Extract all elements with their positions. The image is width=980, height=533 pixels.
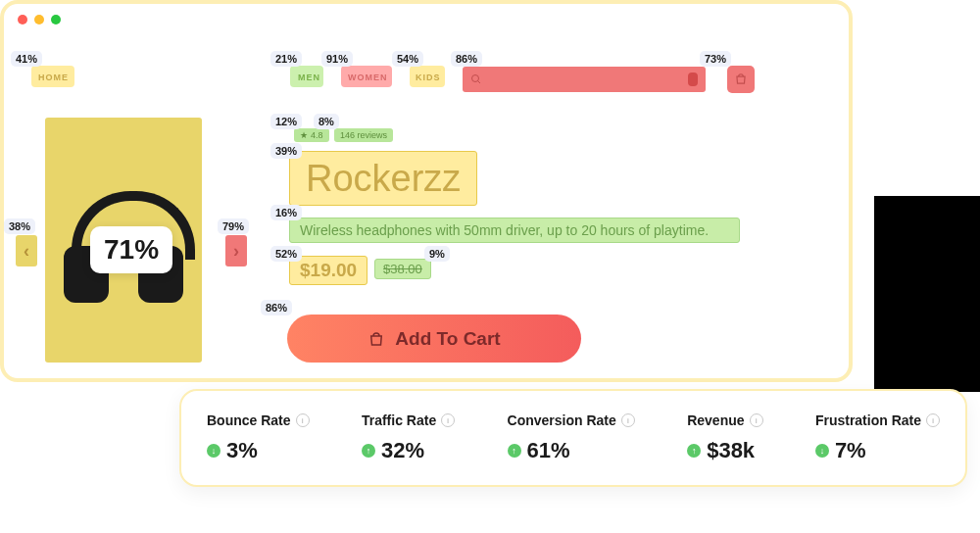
info-icon[interactable]: i — [926, 413, 940, 427]
product-price: $19.00 — [289, 256, 368, 285]
stat-traffic-label: Traffic Rate — [362, 412, 436, 428]
stat-bounce: Bounce Ratei ↓3% — [207, 412, 310, 463]
close-icon[interactable] — [18, 15, 27, 24]
overlay-arrow-left-pct: 38% — [4, 218, 35, 234]
overlay-oldprice-pct: 9% — [424, 246, 450, 262]
stat-traffic: Traffic Ratei ↑32% — [362, 412, 455, 463]
info-icon[interactable]: i — [296, 413, 310, 427]
info-icon[interactable]: i — [750, 413, 763, 427]
stat-revenue-label: Revenue — [687, 412, 744, 428]
overlay-image-pct: 71% — [90, 226, 172, 273]
overlay-title-pct: 39% — [270, 143, 302, 159]
overlay-rating-pct: 12% — [270, 114, 302, 129]
cart-icon — [734, 73, 748, 86]
product-title: Rockerzz — [289, 151, 477, 206]
overlay-home-pct: 41% — [11, 51, 42, 67]
stat-frustration-label: Frustration Rate — [815, 412, 921, 428]
stats-panel: Bounce Ratei ↓3% Traffic Ratei ↑32% Conv… — [179, 389, 967, 487]
stat-bounce-value: 3% — [226, 438, 258, 463]
add-to-cart-button[interactable]: Add To Cart — [287, 315, 581, 363]
overlay-kids-pct: 54% — [392, 51, 423, 67]
stat-revenue: Revenuei ↑$38k — [687, 412, 762, 463]
overlay-cart-pct: 73% — [700, 51, 731, 67]
chevron-right-icon: › — [233, 241, 239, 262]
product-description: Wireless headphones with 50mm driver, up… — [289, 218, 740, 243]
svg-point-0 — [472, 75, 479, 82]
overlay-women-pct: 91% — [321, 51, 353, 67]
overlay-reviews-pct: 8% — [314, 114, 339, 129]
stat-frustration: Frustration Ratei ↓7% — [815, 412, 940, 463]
nav-men[interactable]: MEN — [298, 73, 320, 82]
overlay-arrow-right-pct: 79% — [218, 218, 249, 234]
mic-icon[interactable] — [688, 73, 698, 86]
svg-line-1 — [478, 81, 481, 84]
stat-conversion: Conversion Ratei ↑61% — [508, 412, 635, 463]
add-to-cart-label: Add To Cart — [395, 328, 500, 350]
star-icon: ★ — [300, 130, 308, 140]
carousel-prev-button[interactable]: ‹ — [16, 235, 37, 266]
arrow-up-icon: ↑ — [687, 444, 701, 458]
info-icon[interactable]: i — [441, 413, 455, 427]
reviews-count[interactable]: 146 reviews — [334, 128, 393, 142]
cart-button[interactable] — [727, 66, 755, 93]
arrow-down-icon: ↓ — [815, 444, 829, 458]
overlay-atc-pct: 86% — [261, 300, 292, 315]
stat-frustration-value: 7% — [835, 438, 866, 463]
search-icon — [470, 73, 482, 85]
overlay-price-pct: 52% — [270, 246, 302, 262]
nav-home[interactable]: HOME — [38, 73, 69, 82]
stat-bounce-label: Bounce Rate — [207, 412, 291, 428]
minimize-icon[interactable] — [34, 15, 44, 24]
overlay-search-pct: 86% — [451, 51, 482, 67]
arrow-up-icon: ↑ — [508, 444, 521, 458]
info-icon[interactable]: i — [621, 413, 635, 427]
overlay-desc-pct: 16% — [270, 205, 302, 220]
stat-conversion-value: 61% — [527, 438, 570, 463]
product-old-price: $38.00 — [374, 259, 431, 279]
nav-kids[interactable]: KIDS — [416, 73, 441, 82]
window-controls — [18, 15, 61, 24]
chevron-left-icon: ‹ — [24, 241, 29, 262]
stat-conversion-label: Conversion Rate — [508, 412, 616, 428]
carousel-next-button[interactable]: › — [225, 235, 247, 266]
search-input[interactable] — [463, 67, 706, 92]
bag-icon — [368, 329, 385, 349]
arrow-down-icon: ↓ — [207, 444, 220, 458]
nav-women[interactable]: WOMEN — [348, 73, 388, 82]
rating-badge: ★4.8 — [294, 128, 329, 142]
arrow-up-icon: ↑ — [362, 444, 375, 458]
stat-traffic-value: 32% — [381, 438, 424, 463]
stat-revenue-value: $38k — [707, 438, 755, 463]
overlay-men-pct: 21% — [270, 51, 302, 67]
decorative-shadow — [874, 196, 980, 392]
browser-window: HOME 41% MEN 21% WOMEN 91% KIDS 54% 86% … — [0, 0, 853, 382]
maximize-icon[interactable] — [51, 15, 61, 24]
rating-value: 4.8 — [311, 130, 323, 140]
